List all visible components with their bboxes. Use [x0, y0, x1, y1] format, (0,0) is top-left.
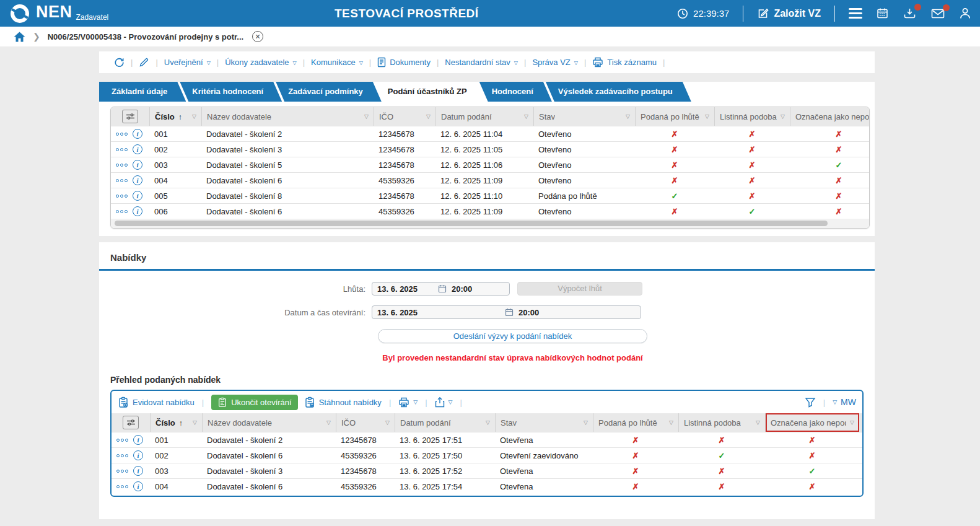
column-header-oznacena-jako-nepodana[interactable]: Označena jako nepodaná▽	[790, 107, 870, 126]
breadcrumb-item[interactable]: N006/25/V00005438 - Provozování prodejny…	[48, 32, 243, 42]
evidovat-nabidku-button[interactable]: Evidovat nabídku	[118, 397, 195, 408]
tab-hodnoceni[interactable]: Hodnocení	[479, 82, 552, 102]
row-menu-icon[interactable]	[116, 195, 128, 198]
table-row[interactable]: i002Dodavatel - školení 31234567812. 6. …	[111, 141, 869, 157]
filter-caret-icon[interactable]: ▽	[382, 419, 390, 426]
export-button[interactable]: ▽	[435, 397, 453, 408]
filter-caret-icon[interactable]: ▽	[422, 113, 431, 120]
column-settings-icon[interactable]	[123, 416, 139, 429]
table-row[interactable]: i001Dodavatel - školení 21234567812. 6. …	[111, 126, 869, 141]
column-header-stav[interactable]: Stav▽	[495, 413, 593, 432]
row-menu-icon[interactable]	[116, 485, 128, 488]
table-row[interactable]: i003Dodavatel - školení 31234567813. 6. …	[112, 463, 862, 478]
tab-vysledek-zadavaciho-postupu[interactable]: Výsledek zadávacího postupu	[546, 82, 691, 102]
toolbar-item-komunikace[interactable]: Komunikace▽	[305, 58, 369, 67]
vypocet-lhut-button[interactable]: Výpočet lhůt	[517, 282, 642, 296]
filter-caret-icon[interactable]: ▽	[701, 113, 709, 120]
filter-caret-icon[interactable]: ▽	[777, 113, 785, 120]
create-vz-button[interactable]: Založit VZ	[757, 7, 821, 19]
lhuta-time-value[interactable]: 20:00	[452, 284, 472, 294]
tab-kriteria-hodnoceni[interactable]: Kritéria hodnocení	[180, 82, 282, 102]
row-info-icon[interactable]: i	[133, 144, 142, 154]
row-info-icon[interactable]: i	[133, 129, 142, 139]
row-info-icon[interactable]: i	[133, 175, 142, 185]
column-header-listinna-podoba[interactable]: Listinná podoba▽	[678, 413, 765, 432]
row-menu-icon[interactable]	[116, 470, 128, 473]
user-icon[interactable]	[959, 7, 971, 20]
row-menu-icon[interactable]	[116, 164, 128, 167]
toolbar-item-tisk-zaznamu[interactable]: Tisk záznamu	[586, 57, 663, 68]
toolbar-item-uverejneni[interactable]: Uveřejnění▽	[158, 58, 217, 67]
toolbar-refresh-icon[interactable]	[108, 57, 131, 68]
lhuta-date-value[interactable]: 13. 6. 2025	[377, 284, 433, 294]
stahnout-nabidky-button[interactable]: Stáhnout nabídky	[304, 397, 382, 408]
tab-zakladni-udaje[interactable]: Základní údaje	[99, 82, 186, 102]
filter-caret-icon[interactable]: ▽	[482, 419, 490, 426]
filter-caret-icon[interactable]: ▽	[622, 113, 630, 120]
filter-caret-icon[interactable]: ▽	[361, 113, 369, 120]
filter-caret-icon[interactable]: ▽	[665, 419, 673, 426]
filter-caret-icon[interactable]: ▽	[189, 419, 197, 426]
column-header-podana-po-lhute[interactable]: Podaná po lhůtě▽	[635, 107, 714, 126]
mw-view-selector[interactable]: ▽ MW	[833, 397, 856, 407]
column-header-cislo[interactable]: Číslo↑▽	[149, 107, 201, 126]
row-menu-icon[interactable]	[116, 179, 128, 182]
table-row[interactable]: i005Dodavatel - školení 81234567812. 6. …	[111, 188, 869, 203]
home-icon[interactable]	[14, 32, 25, 42]
calendar-icon[interactable]	[438, 284, 447, 293]
row-menu-icon[interactable]	[116, 439, 128, 442]
column-header-ico[interactable]: IČO▽	[374, 107, 435, 126]
table-row[interactable]: i001Dodavatel - školení 21234567813. 6. …	[112, 432, 862, 447]
filter-caret-icon[interactable]: ▽	[520, 113, 528, 120]
row-info-icon[interactable]: i	[133, 206, 142, 216]
filter-caret-icon[interactable]: ▽	[188, 113, 196, 120]
toolbar-pencil-icon[interactable]	[133, 57, 155, 68]
nen-logo[interactable]: NEN Zadavatel	[9, 2, 108, 25]
row-info-icon[interactable]: i	[133, 435, 143, 445]
row-menu-icon[interactable]	[116, 454, 128, 457]
scrollbar-thumb[interactable]	[115, 221, 828, 226]
mail-icon[interactable]	[930, 7, 945, 20]
row-menu-icon[interactable]	[116, 210, 128, 213]
column-header-listinna-podoba[interactable]: Listinná podoba▽	[714, 107, 790, 126]
oteviranie-input[interactable]: 13. 6. 2025 20:00	[372, 305, 641, 319]
column-header-nazev-dodavatele[interactable]: Název dodavatele▽	[202, 413, 336, 432]
send-invitation-button[interactable]: Odeslání výzvy k podání nabídek	[378, 329, 647, 343]
table-row[interactable]: i004Dodavatel - školení 64535932612. 6. …	[111, 172, 869, 188]
table-row[interactable]: i004Dodavatel - školení 64535932613. 6. …	[112, 478, 862, 494]
print-button[interactable]: ▽	[398, 397, 418, 408]
filter-caret-icon[interactable]: ▽	[323, 419, 331, 426]
toolbar-item-ukony-zadavatele[interactable]: Úkony zadavatele▽	[219, 58, 303, 67]
column-header-ico[interactable]: IČO▽	[336, 413, 395, 432]
oteviranie-time-value[interactable]: 20:00	[518, 308, 539, 317]
lhuta-input[interactable]: 13. 6. 2025 20:00	[372, 282, 510, 296]
row-info-icon[interactable]: i	[133, 191, 142, 201]
row-info-icon[interactable]: i	[133, 466, 143, 476]
column-header-cislo[interactable]: Číslo↑▽	[150, 413, 202, 432]
table-row[interactable]: i006Dodavatel - školení 64535932612. 6. …	[111, 203, 869, 219]
table-row[interactable]: i002Dodavatel - školení 64535932613. 6. …	[112, 447, 862, 463]
tab-podani-ucastniku-zp[interactable]: Podání účastníků ZP	[375, 82, 486, 102]
column-header-datum-podani[interactable]: Datum podání▽	[395, 413, 495, 432]
filter-caret-icon[interactable]: ▽	[580, 419, 588, 426]
download-tray-icon[interactable]	[903, 7, 917, 20]
table-row[interactable]: i003Dodavatel - školení 51234567812. 6. …	[111, 157, 869, 172]
oteviranie-date-value[interactable]: 13. 6. 2025	[377, 308, 500, 317]
column-header-stav[interactable]: Stav▽	[533, 107, 635, 126]
calendar-icon[interactable]	[505, 308, 514, 317]
toolbar-item-sprava-vz[interactable]: Správa VZ▽	[526, 58, 584, 67]
column-header-nazev-dodavatele[interactable]: Název dodavatele▽	[201, 107, 374, 126]
column-header-oznacena-jako-nepodana[interactable]: Označena jako nepodaná▽	[765, 413, 859, 432]
column-header-podana-po-lhute[interactable]: Podaná po lhůtě▽	[593, 413, 678, 432]
filter-caret-icon[interactable]: ▽	[846, 419, 854, 426]
row-menu-icon[interactable]	[116, 148, 128, 151]
column-settings-icon[interactable]	[122, 110, 138, 123]
row-info-icon[interactable]: i	[133, 450, 143, 460]
calendar-icon[interactable]	[876, 7, 889, 20]
filter-icon[interactable]	[805, 397, 816, 408]
menu-icon[interactable]	[849, 8, 862, 19]
toolbar-item-nestandardni-stav[interactable]: Nestandardní stav▽	[439, 58, 524, 67]
column-header-datum-podani[interactable]: Datum podání▽	[435, 107, 533, 126]
tab-zadavaci-podminky[interactable]: Zadávací podmínky	[276, 82, 382, 102]
row-info-icon[interactable]: i	[133, 160, 142, 170]
